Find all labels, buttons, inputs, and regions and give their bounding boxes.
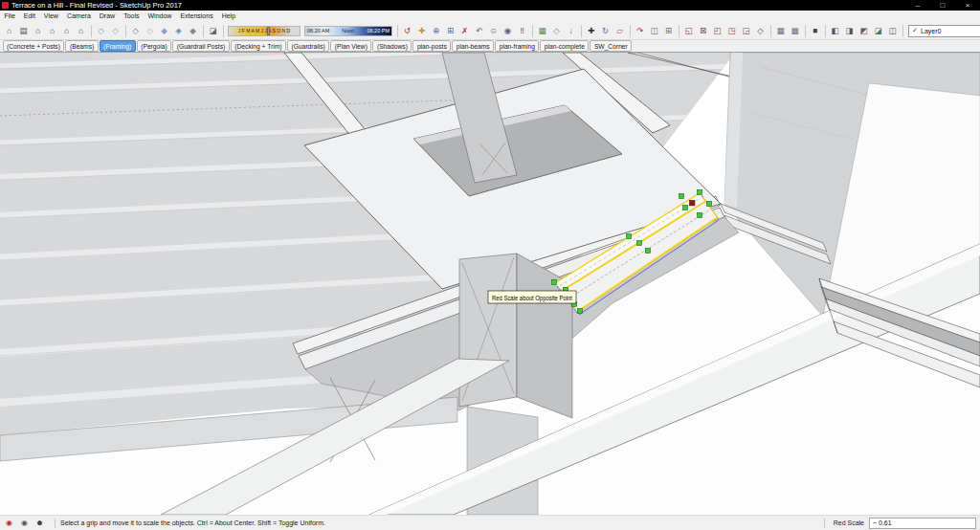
zoom-extents-icon[interactable]: ✗ [458, 25, 472, 37]
move-icon[interactable]: ✚ [585, 25, 598, 37]
monochrome-icon[interactable]: ◆ [187, 25, 200, 37]
scene-tab-plan-complete[interactable]: plan-complete [540, 40, 589, 52]
zoom-previous-icon[interactable]: ↶ [473, 25, 486, 37]
pan-icon[interactable]: ✚ [415, 25, 429, 37]
iso-view-icon[interactable]: ⌂ [3, 25, 16, 37]
soften-edges-icon[interactable]: ◫ [648, 25, 661, 37]
scene-tab-beams[interactable]: (Beams) [65, 40, 98, 52]
menu-file[interactable]: File [0, 11, 19, 22]
scale-tooltip-text: Red Scale about Opposite Point [492, 295, 572, 302]
rotate-icon[interactable]: ↻ [599, 25, 612, 37]
scene-tab-pergola[interactable]: (Pergola) [137, 40, 172, 52]
section-cuts-icon[interactable]: ▩ [789, 25, 802, 37]
menu-edit[interactable]: Edit [19, 11, 39, 22]
scale-grip[interactable] [552, 280, 557, 285]
walk-icon[interactable]: ‼ [516, 25, 529, 37]
shaded-icon[interactable]: ◆ [158, 25, 171, 37]
wireframe-icon[interactable]: ◇ [129, 25, 143, 37]
back-edges-icon[interactable]: ◇ [109, 25, 122, 37]
scale-grip[interactable] [637, 241, 642, 246]
minimize-button[interactable]: – [905, 0, 930, 11]
3d-viewport[interactable]: Red Scale about Opposite Point [0, 53, 980, 515]
look-around-icon[interactable]: ◉ [501, 25, 515, 37]
scene-tab-plan-beams[interactable]: plan-beams [452, 40, 494, 52]
sign-in-icon[interactable]: ☻ [34, 518, 45, 528]
status-bar: ◉ ◉ ☻ Select a grip and move it to scale… [0, 515, 980, 530]
xray-icon[interactable]: ◇ [95, 25, 108, 37]
smoove-icon[interactable]: ◇ [550, 25, 564, 37]
shadow-toggle-icon[interactable]: ◪ [207, 25, 220, 37]
scale-icon[interactable]: ▱ [613, 25, 627, 37]
component-options-icon[interactable]: ◩ [858, 25, 871, 37]
menu-tools[interactable]: Tools [120, 11, 144, 22]
geolocate-icon[interactable]: ◉ [4, 518, 14, 528]
scene-tab-decking-trim[interactable]: (Decking + Trim) [231, 40, 286, 52]
menu-help[interactable]: Help [217, 11, 239, 22]
top-view-icon[interactable]: ▤ [17, 25, 31, 37]
sandbox-from-scratch-icon[interactable]: ▦ [536, 25, 549, 37]
zoom-window-icon[interactable]: ⊞ [444, 25, 457, 37]
trim-icon[interactable]: ◲ [740, 25, 753, 37]
scene-tab-guardrails[interactable]: (Guardrails) [287, 40, 329, 52]
close-button[interactable]: × [955, 0, 980, 11]
scene-tab-plan-posts[interactable]: plan-posts [412, 40, 451, 52]
menu-draw[interactable]: Draw [95, 11, 119, 22]
scene-tab-concrete-posts[interactable]: (Concrete + Posts) [3, 40, 65, 52]
model-credit-icon[interactable]: ◉ [19, 518, 30, 528]
front-view-icon[interactable]: ⌂ [32, 25, 45, 37]
menu-camera[interactable]: Camera [62, 11, 95, 22]
zoom-icon[interactable]: ⊕ [430, 25, 443, 37]
subtract-icon[interactable]: ◳ [725, 25, 739, 37]
scale-grip[interactable] [627, 234, 632, 239]
dynamic-component-icon[interactable]: ◫ [886, 25, 900, 37]
scale-grip[interactable] [578, 309, 583, 314]
scale-grip[interactable] [698, 213, 702, 218]
hidden-line-icon[interactable]: ◇ [144, 25, 157, 37]
scale-grip[interactable] [679, 194, 684, 199]
right-view-icon[interactable]: ⌂ [46, 25, 59, 37]
toolbar-separator [532, 25, 533, 37]
shadow-date-slider[interactable]: J F M A M J J A S O N D [228, 26, 301, 36]
orbit-icon[interactable]: ↺ [401, 25, 414, 37]
scene-tab-sw_corner[interactable]: SW_Corner [590, 40, 632, 52]
menu-view[interactable]: View [39, 11, 62, 22]
layers-dropdown[interactable]: ✓Layer0▾ [908, 25, 980, 37]
left-view-icon[interactable]: ⌂ [75, 25, 88, 37]
scene-tab-plan-framing[interactable]: plan-framing [495, 40, 539, 52]
scale-grip[interactable] [698, 190, 702, 195]
interact-icon[interactable]: ◨ [843, 25, 857, 37]
intersect-faces-icon[interactable]: ⊞ [662, 25, 676, 37]
date-slider-thumb[interactable] [267, 27, 270, 35]
position-camera-icon[interactable]: ☺ [487, 25, 501, 37]
component-attributes-icon[interactable]: ◪ [872, 25, 885, 37]
follow-me-icon[interactable]: ↷ [634, 25, 647, 37]
scene-tabs-bar: (Concrete + Posts)(Beams)(Framing)(Pergo… [0, 40, 980, 53]
restore-button[interactable]: □ [930, 0, 955, 11]
scale-grip[interactable] [646, 249, 651, 254]
section-plane-icon[interactable]: ▦ [774, 25, 788, 37]
back-view-icon[interactable]: ⌂ [60, 25, 74, 37]
scale-grip[interactable] [707, 202, 712, 207]
outer-shell-icon[interactable]: ◱ [682, 25, 696, 37]
menu-window[interactable]: Window [144, 11, 176, 22]
get-models-icon[interactable]: ■ [809, 25, 822, 37]
measurement-input[interactable]: ~ 0.61 [869, 518, 976, 529]
drape-icon[interactable]: ↓ [565, 25, 578, 37]
split-icon[interactable]: ◇ [754, 25, 768, 37]
toolbar-separator [203, 25, 204, 37]
union-icon[interactable]: ◰ [711, 25, 724, 37]
status-hint: Select a grip and move it to scale the o… [60, 519, 325, 526]
intersect-icon[interactable]: ⊠ [697, 25, 710, 37]
shaded-textures-icon[interactable]: ◈ [172, 25, 186, 37]
scene-tab-shadows[interactable]: (Shadows) [372, 40, 412, 52]
make-component-icon[interactable]: ◧ [829, 25, 842, 37]
shadow-time-slider[interactable]: 06:20 AMNoon06:20 PM [304, 26, 392, 36]
scale-grip[interactable] [683, 206, 688, 210]
menu-extensions[interactable]: Extensions [176, 11, 217, 22]
scene-tab-guardrail-posts[interactable]: (Guardrail Posts) [172, 40, 230, 52]
menu-bar: FileEditViewCameraDrawToolsWindowExtensi… [0, 11, 980, 22]
scene-tab-framing[interactable]: (Framing) [100, 40, 136, 52]
model-canvas[interactable]: Red Scale about Opposite Point [0, 53, 980, 515]
scene-tab-plan-view[interactable]: (Plan View) [330, 40, 371, 52]
scale-grip-opposite[interactable] [690, 201, 695, 206]
